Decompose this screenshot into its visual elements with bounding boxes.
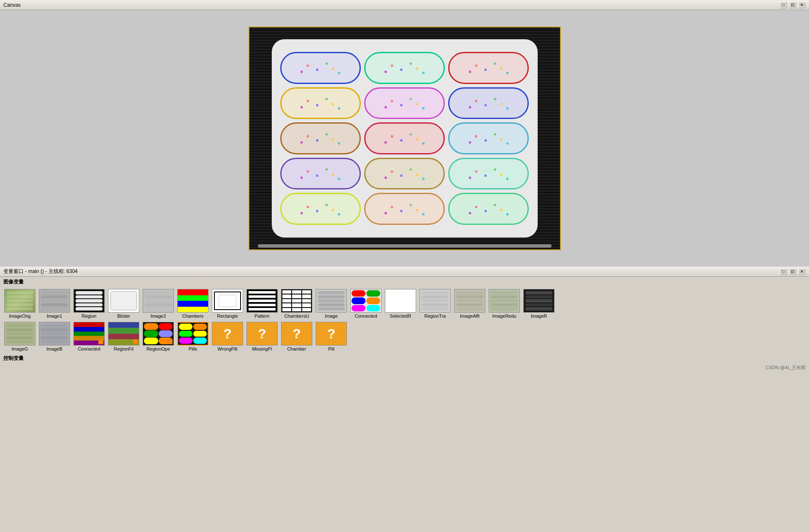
thumb-region[interactable]: Region	[73, 289, 106, 319]
thumbnails-row-1: ImageOrig Image1	[0, 287, 809, 320]
wrongpill-question-mark: ?	[223, 326, 232, 342]
thumb-imageredu-label: ImageRedu	[492, 313, 517, 319]
thumb-imageg-label: ImageG	[11, 346, 28, 351]
thumb-imageredu[interactable]: ImageRedu	[488, 289, 521, 319]
thumb-image[interactable]: Image	[315, 289, 348, 319]
thumb-chamber-img: ?	[281, 322, 312, 346]
thumb-imager-img	[523, 289, 555, 313]
thumb-imageorig-label: ImageOrig	[9, 313, 30, 319]
canvas-title-bar: Canvas □ ⊡ ✕	[0, 0, 809, 10]
pill-cell-7	[280, 122, 361, 154]
main-image-container	[249, 27, 561, 250]
thumb-imageg[interactable]: ImageG	[3, 322, 36, 351]
pill-cell-4	[280, 87, 361, 119]
thumb-missingpi-img: ?	[246, 322, 278, 346]
missingpi-question-mark: ?	[258, 326, 266, 342]
thumb-imageredu-img	[489, 289, 520, 313]
thumb-regionfil-label: RegionFil	[114, 346, 133, 351]
thumb-regiontra-img	[419, 289, 451, 313]
thumb-chambersu-img	[281, 289, 312, 313]
thumb-rectangle-img	[212, 289, 243, 313]
control-vars-label: 控制变量	[3, 355, 24, 361]
thumb-imageaffi-img	[454, 289, 485, 313]
thumb-image2-label: Image2	[151, 313, 166, 319]
thumb-imageb-label: ImageB	[46, 346, 62, 351]
variables-title-bar: 变量窗口 - main () - 主线程: 6304 □ ⊡ ✕	[0, 267, 809, 277]
pill-cell-10	[280, 158, 361, 190]
variables-window: 变量窗口 - main () - 主线程: 6304 □ ⊡ ✕ 图像变量 Im…	[0, 267, 809, 372]
thumb-regionope[interactable]: ! RegionOpe	[142, 322, 175, 351]
thumb-connected-r2[interactable]: ! Connected	[73, 322, 106, 351]
thumb-imager-label: ImageR	[531, 313, 547, 319]
thumb-missingpi[interactable]: ? MissingPi	[246, 322, 279, 351]
pill-cell-5	[364, 87, 445, 119]
thumb-imageaffi-label: ImageAffi	[460, 313, 479, 319]
canvas-title-label: Canvas	[3, 2, 21, 8]
thumb-connected-r1-label: Connected	[354, 313, 377, 319]
thumb-regionfil-img: !	[108, 322, 139, 346]
vars-restore-btn[interactable]: ⊡	[789, 268, 796, 275]
thumb-rectangle[interactable]: Rectangle	[211, 289, 244, 319]
canvas-window-controls: □ ⊡ ✕	[779, 2, 806, 8]
thumb-wrongpill[interactable]: ? WrongPill	[211, 322, 244, 351]
thumb-rectangle-label: Rectangle	[217, 313, 238, 319]
thumb-chambers[interactable]: Chambers	[176, 289, 209, 319]
thumb-regiontra[interactable]: RegionTra	[419, 289, 452, 319]
thumb-pattern[interactable]: Pattern	[246, 289, 279, 319]
regionfil-badge: !	[133, 339, 138, 344]
chambersu-grid-visual	[281, 289, 312, 312]
thumb-image2[interactable]: Image2	[142, 289, 175, 319]
thumb-connected-r1-img	[350, 289, 382, 313]
thumb-imager[interactable]: ImageR	[522, 289, 555, 319]
thumb-selectedr[interactable]: SelectedR	[384, 289, 417, 319]
vars-minimize-btn[interactable]: □	[779, 268, 787, 275]
chamber-question-mark: ?	[292, 326, 301, 342]
pattern-lines-visual	[247, 289, 277, 312]
thumb-imageb-img	[39, 322, 70, 346]
thumb-blister[interactable]: Blister	[107, 289, 140, 319]
canvas-restore-btn[interactable]: ⊡	[789, 2, 796, 8]
image-vars-section-label: 图像变量	[0, 277, 809, 287]
thumb-image1-img	[39, 289, 70, 313]
vars-close-btn[interactable]: ✕	[798, 268, 806, 275]
thumb-image1-label: Image1	[47, 313, 62, 319]
pill-cell-6	[448, 87, 529, 119]
thumb-imageg-img	[4, 322, 35, 346]
thumb-chambersu[interactable]: ChambersU	[280, 289, 313, 319]
variables-window-controls: □ ⊡ ✕	[779, 268, 806, 275]
pill-cell-3	[448, 52, 529, 84]
pill-cell-11	[364, 158, 445, 190]
thumb-chamber[interactable]: ? Chamber	[280, 322, 313, 351]
thumb-pills[interactable]: Pills	[176, 322, 209, 351]
pill-cell-1	[280, 52, 361, 84]
thumb-pills-label: Pills	[189, 346, 197, 351]
connected-r2-badge: !	[98, 339, 103, 344]
pill-cell-13	[280, 193, 361, 225]
thumb-chambers-label: Chambers	[182, 313, 204, 319]
thumb-pill[interactable]: ? Pill	[315, 322, 348, 351]
thumb-chambersu-label: ChambersU	[284, 313, 309, 319]
canvas-close-btn[interactable]: ✕	[798, 2, 806, 8]
pill-tray	[272, 39, 538, 238]
regionope-badge: !	[168, 339, 173, 344]
canvas-minimize-btn[interactable]: □	[779, 2, 787, 8]
thumb-image1[interactable]: Image1	[38, 289, 71, 319]
thumb-pills-img	[177, 322, 208, 346]
thumb-imageaffi[interactable]: ImageAffi	[453, 289, 486, 319]
pill-cell-14	[364, 193, 445, 225]
thumb-imageb[interactable]: ImageB	[38, 322, 71, 351]
thumb-regionfil[interactable]: ! RegionFil	[107, 322, 140, 351]
thumb-regionope-label: RegionOpe	[146, 346, 170, 351]
thumb-pill-label: Pill	[328, 346, 335, 351]
thumb-image2-img	[143, 289, 174, 313]
thumb-imageorig[interactable]: ImageOrig	[3, 289, 36, 319]
thumb-connected-r2-img: !	[73, 322, 105, 346]
thumb-connected-r1[interactable]: Connected	[349, 289, 382, 319]
footer-text: CSDN @AI_王布斯	[766, 365, 806, 371]
thumb-image-label: Image	[325, 313, 338, 319]
thumb-missingpi-label: MissingPi	[252, 346, 272, 351]
thumb-blister-img	[108, 289, 139, 313]
bottom-footer: CSDN @AI_王布斯	[0, 364, 809, 372]
pill-cell-2	[364, 52, 445, 84]
thumb-blister-label: Blister	[117, 313, 130, 319]
